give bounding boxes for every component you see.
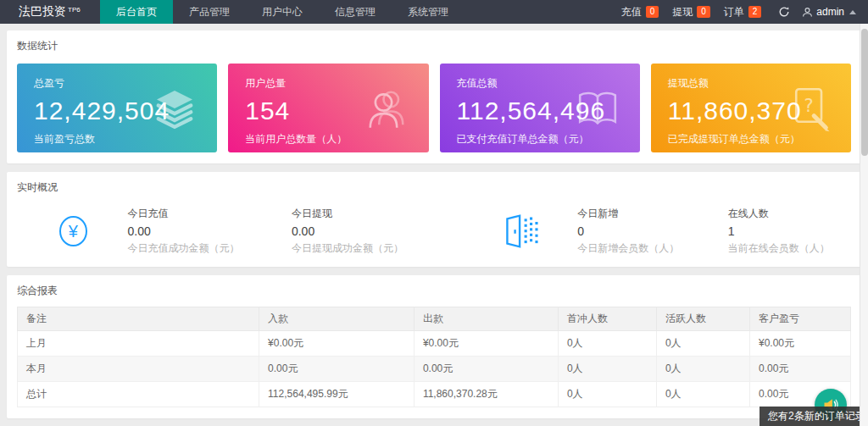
scrollbar-thumb[interactable] <box>861 29 868 156</box>
today-recharge-stat: 今日充值 0.00 今日充值成功金额（元） <box>128 207 251 256</box>
order-toast: 您有2条新的订单记录, 请查看 <box>760 407 868 426</box>
total-users-card: 用户总量 154 当前用户总数量（人） <box>228 64 428 152</box>
realtime-panel-title: 实时概况 <box>17 180 851 195</box>
menu-item-products[interactable]: 产品管理 <box>173 0 246 24</box>
withdraw-shortcut[interactable]: 提现 0 <box>672 5 710 19</box>
total-profit-card: 总盈亏 12,429,504 当前盈亏总数 <box>17 64 217 152</box>
menu-item-info[interactable]: 信息管理 <box>319 0 392 24</box>
menu-item-home[interactable]: 后台首页 <box>100 0 173 24</box>
report-panel: 综合报表 备注入款出款首冲人数活跃人数客户盈亏 上月¥0.00元¥0.00元0人… <box>7 275 861 418</box>
column-header: 首冲人数 <box>558 307 656 331</box>
admin-menu[interactable]: admin <box>802 6 856 18</box>
recharge-label: 充值 <box>621 5 642 19</box>
withdraw-label: 提现 <box>672 5 693 19</box>
table-cell: 11,860,370.28元 <box>414 382 558 407</box>
table-cell: 0人 <box>558 357 656 382</box>
card-caption: 当前盈亏总数 <box>34 132 200 147</box>
table-cell: 0人 <box>656 331 749 357</box>
online-members-stat: 在线人数 1 当前在线会员数（人） <box>728 207 851 256</box>
total-withdraw-card: 提现总额 11,860,370 已完成提现订单总金额（元） ? <box>651 64 851 152</box>
stat-label: 今日提现 <box>292 207 415 221</box>
main-content: 数据统计 总盈亏 12,429,504 当前盈亏总数 用户总量 154 当前用户… <box>0 24 868 426</box>
orders-shortcut[interactable]: 订单 2 <box>724 5 762 19</box>
doc-question-pencil-icon: ? <box>787 85 832 132</box>
stat-value: 0.00 <box>128 224 251 238</box>
report-table-body: 上月¥0.00元¥0.00元0人0人¥0.00元本月0.00元0.00元0人0人… <box>18 331 851 407</box>
brand-version: TP6 <box>68 6 81 14</box>
table-row: 本月0.00元0.00元0人0人0.00元 <box>18 357 851 382</box>
recharge-badge: 0 <box>646 6 659 18</box>
report-table-header: 备注入款出款首冲人数活跃人数客户盈亏 <box>18 307 851 331</box>
orders-badge: 2 <box>748 6 762 18</box>
table-cell: ¥0.00元 <box>414 331 558 357</box>
table-cell: ¥0.00元 <box>750 331 851 357</box>
table-cell: 0.00元 <box>414 357 558 382</box>
stat-label: 在线人数 <box>728 207 851 221</box>
table-cell: 总计 <box>18 382 259 407</box>
stat-value: 1 <box>728 224 851 238</box>
chevron-up-icon <box>849 10 856 14</box>
report-table: 备注入款出款首冲人数活跃人数客户盈亏 上月¥0.00元¥0.00元0人0人¥0.… <box>17 307 851 407</box>
navbar-right: 充值 0 提现 0 订单 2 admin <box>621 0 868 24</box>
stat-caption: 当前在线会员数（人） <box>728 241 851 256</box>
card-caption: 当前用户总数量（人） <box>245 132 411 147</box>
stat-value: 0.00 <box>292 224 415 238</box>
column-header: 出款 <box>414 307 558 331</box>
admin-username: admin <box>816 6 844 18</box>
table-cell: 0.00元 <box>259 357 415 382</box>
card-caption: 已支付充值订单总金额（元） <box>457 132 623 147</box>
layers-icon <box>151 85 198 132</box>
report-panel-title: 综合报表 <box>17 284 851 298</box>
recharge-shortcut[interactable]: 充值 0 <box>621 5 659 19</box>
users-icon <box>363 85 410 132</box>
today-new-members-stat: 今日新增 0 今日新增会员数（人） <box>577 207 687 256</box>
vertical-scrollbar[interactable] <box>860 24 868 426</box>
table-cell: 本月 <box>18 357 259 382</box>
stat-caption: 今日提现成功金额（元） <box>292 241 415 256</box>
person-icon <box>802 7 813 18</box>
menu-item-system[interactable]: 系统管理 <box>392 0 465 24</box>
stat-cards-row: 总盈亏 12,429,504 当前盈亏总数 用户总量 154 当前用户总数量（人… <box>17 64 851 152</box>
stat-caption: 今日新增会员数（人） <box>577 241 687 256</box>
column-header: 客户盈亏 <box>750 307 851 331</box>
realtime-panel: 实时概况 ¥ 今日充值 0.00 今日充值成功金额（元） 今日提现 0.00 今… <box>7 172 861 267</box>
open-book-icon <box>574 86 621 130</box>
withdraw-badge: 0 <box>697 6 710 18</box>
main-menu: 后台首页 产品管理 用户中心 信息管理 系统管理 <box>100 0 465 24</box>
stats-panel: 数据统计 总盈亏 12,429,504 当前盈亏总数 用户总量 154 当前用户… <box>7 30 861 163</box>
column-header: 备注 <box>18 307 259 331</box>
stat-caption: 今日充值成功金额（元） <box>128 241 251 256</box>
column-header: 入款 <box>259 307 415 331</box>
total-recharge-card: 充值总额 112,564,496 已支付充值订单总金额（元） <box>440 64 640 152</box>
table-cell: 0.00元 <box>750 357 851 382</box>
table-row: 上月¥0.00元¥0.00元0人0人¥0.00元 <box>18 331 851 357</box>
table-row: 总计112,564,495.99元11,860,370.28元0人0人0.00元 <box>18 382 851 407</box>
today-withdraw-stat: 今日提现 0.00 今日提现成功金额（元） <box>292 207 415 256</box>
building-icon <box>501 213 540 250</box>
top-navbar: 法巴投资TP6 后台首页 产品管理 用户中心 信息管理 系统管理 充值 0 提现… <box>0 0 868 24</box>
table-cell: 0人 <box>558 382 656 407</box>
brand-name: 法巴投资 <box>19 4 66 19</box>
realtime-row: ¥ 今日充值 0.00 今日充值成功金额（元） 今日提现 0.00 今日提现成功… <box>17 207 851 256</box>
stats-panel-title: 数据统计 <box>17 39 851 53</box>
stat-label: 今日充值 <box>128 207 251 221</box>
table-cell: ¥0.00元 <box>259 331 415 357</box>
table-cell: 0人 <box>558 331 656 357</box>
orders-label: 订单 <box>724 5 744 19</box>
table-cell: 0人 <box>656 382 749 407</box>
toast-message: 您有2条新的订单记录, <box>768 409 868 423</box>
brand-logo[interactable]: 法巴投资TP6 <box>0 0 100 24</box>
yen-circle-icon: ¥ <box>59 216 87 246</box>
table-cell: 0人 <box>656 357 749 382</box>
svg-text:?: ? <box>804 95 814 115</box>
column-header: 活跃人数 <box>656 307 749 331</box>
stat-value: 0 <box>577 224 687 238</box>
card-caption: 已完成提现订单总金额（元） <box>668 132 834 147</box>
table-cell: 112,564,495.99元 <box>259 382 415 407</box>
stat-label: 今日新增 <box>577 207 687 221</box>
refresh-icon[interactable] <box>778 6 790 18</box>
menu-item-users[interactable]: 用户中心 <box>246 0 319 24</box>
table-cell: 上月 <box>18 331 259 357</box>
